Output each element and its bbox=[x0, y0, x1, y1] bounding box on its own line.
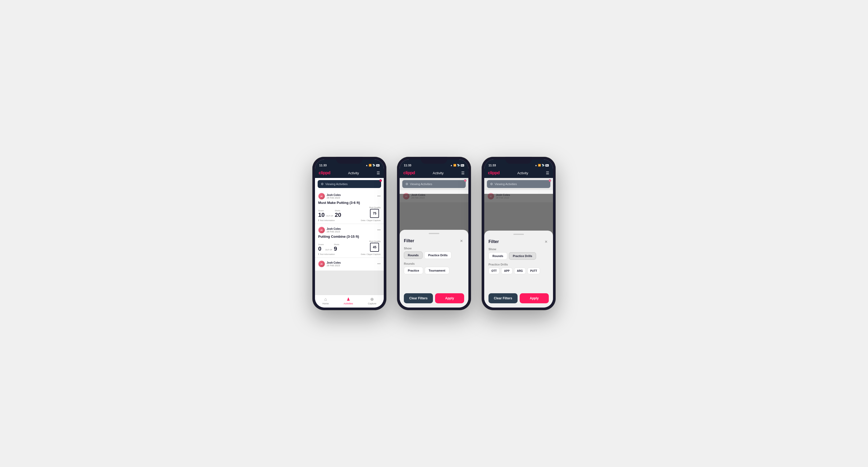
status-icons-2: ▲ 📶 📡 51 bbox=[450, 164, 464, 166]
nav-home-label-1: Home bbox=[322, 302, 329, 305]
filter-btn-rounds-3[interactable]: Rounds bbox=[489, 252, 507, 260]
more-icon-1b[interactable]: ••• bbox=[377, 228, 380, 232]
bottom-nav-1: ⌂ Home ♟ Activities ⊕ Capture bbox=[315, 295, 384, 308]
modal-handle-2 bbox=[429, 233, 439, 234]
red-dot-3 bbox=[549, 179, 551, 182]
modal-footer-3: Clear Filters Apply bbox=[489, 293, 549, 303]
notch-3 bbox=[505, 157, 532, 164]
hamburger-menu-1[interactable]: ☰ bbox=[377, 171, 380, 175]
sq-badge-1b: 45 bbox=[370, 243, 379, 252]
filter-modal-3: Filter ✕ Show Rounds Practice Drills bbox=[484, 230, 553, 308]
user-date-1a: 28 Feb 2023 bbox=[327, 196, 341, 199]
more-icon-1c[interactable]: ••• bbox=[377, 262, 380, 266]
status-icons-1: ▲ 📶 📡 51 bbox=[366, 164, 379, 166]
app-header-3: clippd Activity ☰ bbox=[484, 169, 553, 178]
status-time-2: 11:33 bbox=[404, 164, 411, 167]
viewing-banner-text-1: Viewing Activities bbox=[325, 183, 347, 186]
status-time-3: 11:33 bbox=[489, 164, 496, 167]
activity-title-1a: Must Make Putting (3-6 ft) bbox=[318, 201, 380, 205]
phone-3: 11:33 ▲ 📶 📡 51 clippd Activity ☰ ⚙ bbox=[482, 157, 556, 310]
red-dot-2 bbox=[464, 179, 467, 182]
status-icons-3: ▲ 📶 📡 51 bbox=[535, 164, 549, 166]
user-info-1a: JC Josh Coles 28 Feb 2023 bbox=[318, 193, 341, 200]
filter-btn-practice-drills-3[interactable]: Practice Drills bbox=[509, 252, 536, 260]
nav-capture-1[interactable]: ⊕ Capture bbox=[368, 297, 376, 305]
home-icon-1: ⌂ bbox=[324, 297, 327, 302]
modal-close-3[interactable]: ✕ bbox=[544, 239, 549, 244]
sq-label-1a: Shot Quality bbox=[369, 206, 380, 209]
filter-btn-practice-drills-2[interactable]: Practice Drills bbox=[424, 251, 452, 259]
data-source-1b: Data: Clippd Capture bbox=[361, 253, 380, 255]
modal-spacer-2 bbox=[404, 277, 464, 288]
rounds-label-2: Rounds bbox=[404, 262, 464, 265]
more-icon-1a[interactable]: ••• bbox=[377, 194, 380, 198]
notch-2 bbox=[421, 157, 447, 164]
test-info-text-1a: Test Information bbox=[320, 219, 335, 222]
test-info-1a: ℹ Test Information bbox=[318, 219, 335, 222]
filter-icon-3: ⚙ bbox=[490, 182, 493, 186]
filter-icon-2: ⚙ bbox=[405, 182, 408, 186]
logo-2: clippd bbox=[403, 170, 415, 175]
activity-card-2: JC Josh Coles 28 Feb 2023 ••• Putting Co… bbox=[315, 224, 384, 257]
rounds-buttons-2: Practice Tournament bbox=[404, 267, 464, 274]
avatar-1a: JC bbox=[318, 193, 325, 200]
modal-close-2[interactable]: ✕ bbox=[459, 238, 464, 244]
hamburger-menu-3[interactable]: ☰ bbox=[546, 171, 549, 175]
app-header-2: clippd Activity ☰ bbox=[400, 169, 468, 178]
clear-filters-btn-3[interactable]: Clear Filters bbox=[489, 293, 518, 303]
modal-title-2: Filter bbox=[404, 239, 414, 243]
modal-spacer-3 bbox=[489, 277, 549, 288]
nav-activities-1[interactable]: ♟ Activities bbox=[344, 297, 353, 305]
sq-badge-1a: 75 bbox=[370, 209, 379, 218]
filter-btn-tournament-2[interactable]: Tournament bbox=[425, 267, 450, 274]
filter-btn-practice-2[interactable]: Practice bbox=[404, 267, 423, 274]
activity-card-3: JC Josh Coles 28 Feb 2023 ••• bbox=[315, 258, 384, 271]
score-value-1b: 0 bbox=[318, 246, 324, 252]
logo-1: clippd bbox=[319, 170, 330, 175]
user-date-1c: 28 Feb 2023 bbox=[327, 264, 341, 267]
apply-btn-2[interactable]: Apply bbox=[435, 293, 464, 303]
activity-feed-1: JC Josh Coles 28 Feb 2023 ••• Must Make … bbox=[315, 190, 384, 295]
header-title-1: Activity bbox=[348, 171, 359, 175]
filter-btn-arg-3[interactable]: ARG bbox=[514, 268, 526, 274]
viewing-banner-2: ⚙ Viewing Activities bbox=[402, 180, 466, 188]
test-info-1b: ℹ Test Information bbox=[318, 253, 335, 255]
nav-activities-label-1: Activities bbox=[344, 302, 353, 305]
viewing-banner-1[interactable]: ⚙ Viewing Activities bbox=[318, 180, 381, 188]
nav-capture-label-1: Capture bbox=[368, 302, 376, 305]
filter-btn-ott-3[interactable]: OTT bbox=[489, 268, 500, 274]
nav-home-1[interactable]: ⌂ Home bbox=[322, 297, 329, 305]
hamburger-menu-2[interactable]: ☰ bbox=[461, 171, 465, 175]
sq-label-1b: Shot Quality bbox=[369, 240, 380, 243]
avatar-1c: JC bbox=[318, 260, 325, 267]
practice-buttons-3: OTT APP ARG PUTT bbox=[489, 268, 549, 274]
modal-handle-3 bbox=[513, 234, 524, 235]
viewing-banner-text-3: Viewing Activities bbox=[495, 183, 517, 186]
user-name-1a: Josh Coles bbox=[327, 193, 341, 196]
activity-card-1: JC Josh Coles 28 Feb 2023 ••• Must Make … bbox=[315, 190, 384, 224]
filter-btn-putt-3[interactable]: PUTT bbox=[527, 268, 540, 274]
apply-btn-3[interactable]: Apply bbox=[520, 293, 549, 303]
clear-filters-btn-2[interactable]: Clear Filters bbox=[404, 293, 433, 303]
user-name-1b: Josh Coles bbox=[327, 227, 341, 230]
red-dot-1 bbox=[379, 179, 382, 182]
show-label-3: Show bbox=[489, 248, 549, 251]
out-of-1b: OUT OF bbox=[325, 249, 332, 251]
user-info-1b: JC Josh Coles 28 Feb 2023 bbox=[318, 227, 341, 234]
status-time-1: 11:33 bbox=[319, 164, 327, 167]
filter-modal-2: Filter ✕ Show Rounds Practice Drills bbox=[400, 230, 468, 308]
bg-content-3: ⚙ Viewing Activities JC Josh Coles bbox=[484, 178, 553, 308]
logo-3: clippd bbox=[488, 170, 500, 175]
viewing-banner-text-2: Viewing Activities bbox=[410, 183, 432, 186]
filter-btn-rounds-2[interactable]: Rounds bbox=[404, 251, 423, 259]
filter-btn-app-3[interactable]: APP bbox=[501, 268, 513, 274]
user-info-1c: JC Josh Coles 28 Feb 2023 bbox=[318, 260, 341, 267]
modal-header-2: Filter ✕ bbox=[404, 238, 464, 244]
rounds-filter-2: Rounds Practice Tournament bbox=[404, 262, 464, 274]
modal-overlay-2: Filter ✕ Show Rounds Practice Drills bbox=[400, 194, 468, 308]
avatar-1b: JC bbox=[318, 227, 325, 234]
header-title-2: Activity bbox=[433, 171, 443, 175]
phone-1: 11:33 ▲ 📶 📡 51 clippd Activity ☰ ⚙ Viewi… bbox=[312, 157, 386, 310]
modal-footer-2: Clear Filters Apply bbox=[404, 293, 464, 303]
out-of-1a: OUT OF bbox=[326, 215, 333, 217]
